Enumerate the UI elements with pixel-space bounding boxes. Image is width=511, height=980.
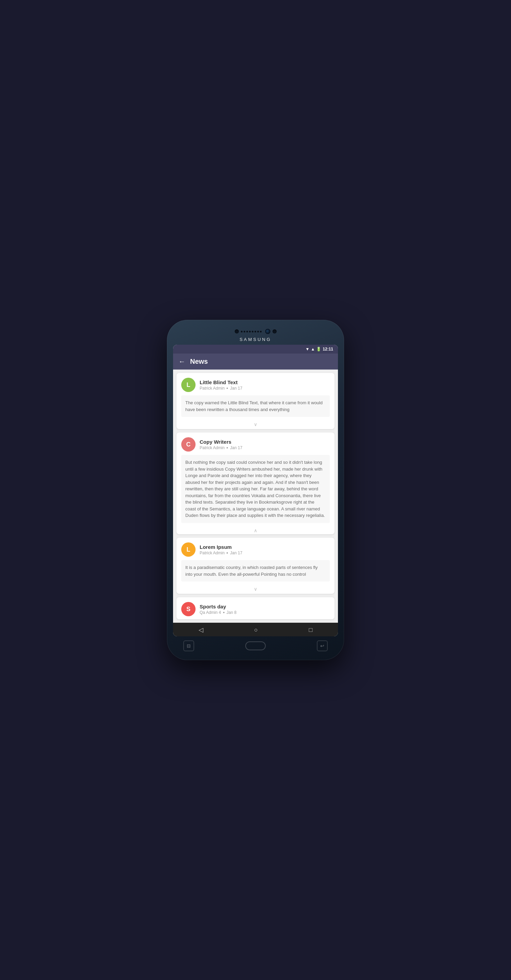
card-date-2: Jan 17 [230,445,242,450]
wifi-icon: ▼ [306,347,310,352]
chevron-up-icon-2[interactable]: ∧ [254,528,257,533]
card-title-4: Sports day [200,604,330,609]
news-card-little-blind-text: L Little Blind Text Patrick Admin Jan 17… [176,373,335,429]
card-subtitle-3: Patrick Admin Jan 17 [200,550,330,555]
card-subtitle-2: Patrick Admin Jan 17 [200,445,330,450]
card-date-1: Jan 17 [230,386,242,391]
card-author-3: Patrick Admin [200,550,225,555]
dot-4 [223,612,225,613]
dot-1 [227,388,228,389]
app-header: ← News [173,353,338,369]
phone-device: SAMSUNG ▼ ▲ 🔋 12:11 ← News L Littl [167,320,344,660]
avatar-3: L [181,542,196,557]
avatar-4: S [181,602,196,616]
card-date-4: Jan 8 [227,610,236,615]
page-title: News [190,358,208,366]
card-header-1: L Little Blind Text Patrick Admin Jan 17 [176,373,335,395]
news-card-lorem-ipsum: L Lorem Ipsum Patrick Admin Jan 17 It is… [176,538,335,594]
news-card-copy-writers: C Copy Writers Patrick Admin Jan 17 But … [176,433,335,534]
card-meta-1: Little Blind Text Patrick Admin Jan 17 [200,379,330,391]
signal-icon: ▲ [311,347,315,352]
battery-icon: 🔋 [316,347,321,352]
hw-left-button[interactable]: ⊟ [183,640,194,651]
card-meta-3: Lorem Ipsum Patrick Admin Jan 17 [200,544,330,555]
brand-label: SAMSUNG [173,336,338,345]
card-footer-2[interactable]: ∧ [176,526,335,534]
hardware-bar: ⊟ ↩ [173,640,338,651]
speaker-dot-left [235,329,239,334]
card-author-1: Patrick Admin [200,386,225,391]
card-header-2: C Copy Writers Patrick Admin Jan 17 [176,433,335,455]
card-author-4: Qa Admin 4 [200,610,221,615]
nav-back-button[interactable]: ◁ [199,626,203,633]
card-title-2: Copy Writers [200,439,330,445]
dot-2 [227,447,228,449]
chevron-down-icon-1[interactable]: ∨ [254,422,257,427]
card-body-2: But nothing the copy said could convince… [181,455,330,523]
status-time: 12:11 [323,347,333,352]
card-header-3: L Lorem Ipsum Patrick Admin Jan 17 [176,538,335,560]
speaker-grille [241,331,262,332]
card-body-1: The copy warned the Little Blind Text, t… [181,395,330,417]
avatar-1: L [181,378,196,392]
card-meta-4: Sports day Qa Admin 4 Jan 8 [200,604,330,615]
front-camera [265,329,270,334]
card-date-3: Jan 17 [230,550,242,555]
news-card-sports-day: S Sports day Qa Admin 4 Jan 8 [176,597,335,619]
card-subtitle-1: Patrick Admin Jan 17 [200,386,330,391]
card-meta-2: Copy Writers Patrick Admin Jan 17 [200,439,330,450]
hw-home-pill[interactable] [245,641,266,650]
back-button[interactable]: ← [179,358,185,366]
speaker-dot-right [273,329,276,334]
phone-screen: ▼ ▲ 🔋 12:11 ← News L Little Blind Text P [173,345,338,636]
card-footer-3[interactable]: ∨ [176,584,335,594]
status-bar: ▼ ▲ 🔋 12:11 [173,345,338,353]
card-header-4: S Sports day Qa Admin 4 Jan 8 [176,597,335,619]
card-footer-1[interactable]: ∨ [176,420,335,429]
avatar-2: C [181,437,196,452]
card-subtitle-4: Qa Admin 4 Jan 8 [200,610,330,615]
nav-home-button[interactable]: ○ [254,627,258,633]
phone-bottom: ⊟ ↩ [173,636,338,654]
dot-3 [227,552,228,554]
card-title-1: Little Blind Text [200,379,330,385]
card-author-2: Patrick Admin [200,445,225,450]
card-body-3: It is a paradisematic country, in which … [181,560,330,582]
nav-recent-button[interactable]: □ [309,627,312,633]
card-title-3: Lorem Ipsum [200,544,330,550]
phone-top [173,326,338,336]
hw-right-button[interactable]: ↩ [317,640,328,651]
bottom-nav: ◁ ○ □ [173,623,338,636]
chevron-down-icon-3[interactable]: ∨ [254,586,257,592]
news-list: L Little Blind Text Patrick Admin Jan 17… [173,369,338,623]
status-icons: ▼ ▲ 🔋 12:11 [306,347,333,352]
